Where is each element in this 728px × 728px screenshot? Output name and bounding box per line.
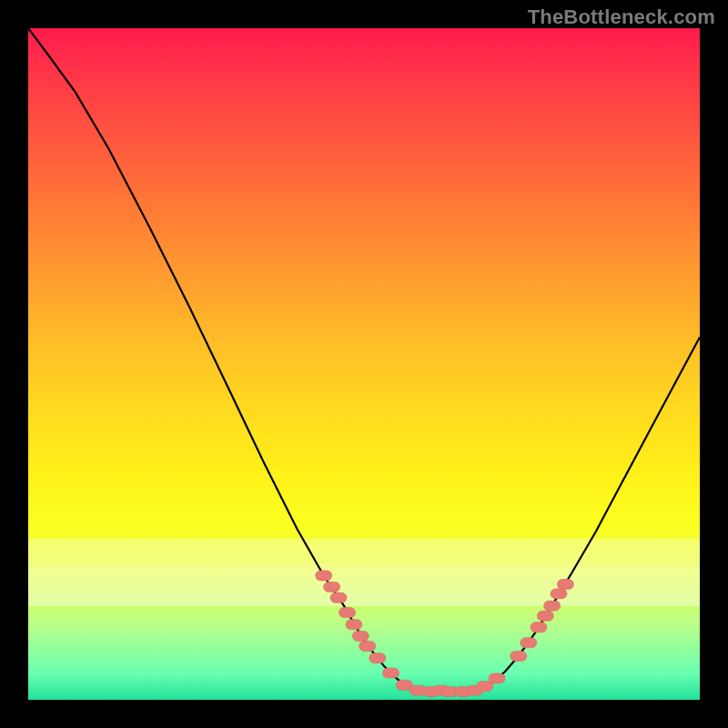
curve-marker — [489, 673, 505, 683]
curve-marker — [511, 652, 527, 662]
curve-marker — [330, 592, 347, 602]
curve-marker — [521, 638, 537, 648]
curve-marker — [383, 668, 399, 678]
curve-marker — [537, 611, 553, 621]
curve-marker — [339, 608, 356, 618]
curve-marker — [477, 682, 493, 692]
curve-left — [28, 28, 424, 692]
curve-marker — [316, 571, 332, 581]
curve-marker — [531, 622, 547, 632]
bottleneck-curve-chart — [28, 28, 700, 700]
watermark-text: TheBottleneck.com — [528, 5, 715, 29]
curve-marker — [369, 653, 386, 663]
curve-right — [471, 338, 700, 693]
curve-marker — [346, 620, 362, 630]
curve-marker — [544, 601, 561, 611]
curve-marker — [352, 631, 369, 641]
curve-marker — [551, 589, 567, 599]
curve-marker — [324, 582, 340, 592]
curve-marker — [557, 580, 573, 590]
curve-marker — [359, 642, 376, 652]
